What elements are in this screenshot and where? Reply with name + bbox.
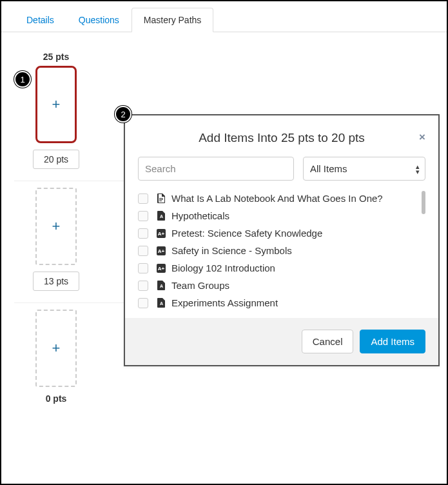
item-checkbox[interactable] (138, 298, 148, 308)
range-2-lower-input[interactable] (33, 272, 79, 291)
close-icon[interactable]: × (419, 131, 425, 144)
item-checkbox[interactable] (138, 281, 148, 291)
add-items-button[interactable]: Add Items (360, 330, 425, 353)
plus-icon: + (52, 96, 61, 113)
assignment-icon: A (156, 281, 166, 290)
item-label: Biology 102 Introduction (171, 262, 275, 273)
annotation-badge-2: 2 (115, 106, 131, 123)
item-checkbox[interactable] (138, 263, 148, 273)
svg-text:A+: A+ (158, 231, 165, 237)
cancel-button[interactable]: Cancel (302, 330, 354, 353)
filter-select[interactable]: All Items (303, 157, 425, 181)
item-label: Pretest: Science Safety Knowledge (171, 228, 322, 239)
svg-text:A+: A+ (158, 248, 165, 254)
items-list: What Is A Lab Notebook And What Goes In … (138, 190, 425, 312)
svg-text:A+: A+ (158, 266, 165, 272)
item-label: Experiments Assignment (171, 297, 278, 308)
list-item[interactable]: ATeam Groups (138, 277, 425, 294)
modal-title: Add Items Into 25 pts to 20 pts (199, 131, 365, 144)
plus-icon: + (52, 218, 61, 235)
range-1-lower-input[interactable] (33, 150, 79, 169)
list-item[interactable]: AExperiments Assignment (138, 294, 425, 312)
svg-rect-2 (159, 201, 162, 201)
svg-text:A: A (159, 214, 162, 219)
page-icon (156, 193, 166, 203)
pts-top-label: 25 pts (14, 52, 98, 62)
add-range-2-button[interactable]: + (35, 188, 77, 265)
quiz-icon: A+ (156, 246, 166, 255)
item-label: Safety in Science - Symbols (171, 245, 292, 256)
list-item[interactable]: A+Safety in Science - Symbols (138, 242, 425, 259)
item-label: What Is A Lab Notebook And What Goes In … (171, 193, 383, 204)
item-checkbox[interactable] (138, 211, 148, 221)
add-items-modal: Add Items Into 25 pts to 20 pts × All It… (124, 114, 440, 366)
annotation-badge-1: 1 (14, 71, 31, 88)
item-label: Team Groups (171, 280, 229, 291)
list-item[interactable]: AHypotheticals (138, 207, 425, 224)
add-range-1-button[interactable]: + (35, 66, 77, 143)
item-checkbox[interactable] (138, 193, 148, 204)
tab-bar: Details Questions Mastery Paths (1, 1, 447, 32)
search-input[interactable] (138, 157, 294, 181)
tab-questions[interactable]: Questions (66, 8, 131, 32)
add-range-3-button[interactable]: + (35, 310, 77, 387)
list-item[interactable]: A+Pretest: Science Safety Knowledge (138, 224, 425, 242)
item-label: Hypotheticals (171, 210, 229, 221)
svg-text:A: A (159, 284, 162, 288)
tab-details[interactable]: Details (14, 8, 66, 32)
tab-mastery-paths[interactable]: Mastery Paths (131, 8, 213, 32)
assignment-icon: A (156, 298, 166, 308)
svg-text:A: A (159, 301, 162, 306)
svg-rect-1 (159, 199, 163, 200)
plus-icon: + (52, 340, 61, 357)
assignment-icon: A (156, 211, 166, 221)
pts-bottom-label: 0 pts (14, 393, 98, 404)
list-item[interactable]: What Is A Lab Notebook And What Goes In … (138, 190, 425, 207)
scrollbar[interactable] (422, 191, 425, 214)
quiz-icon: A+ (156, 264, 166, 273)
svg-rect-0 (159, 198, 163, 199)
quiz-icon: A+ (156, 229, 166, 238)
item-checkbox[interactable] (138, 246, 148, 256)
list-item[interactable]: A+Biology 102 Introduction (138, 259, 425, 277)
item-checkbox[interactable] (138, 228, 148, 239)
